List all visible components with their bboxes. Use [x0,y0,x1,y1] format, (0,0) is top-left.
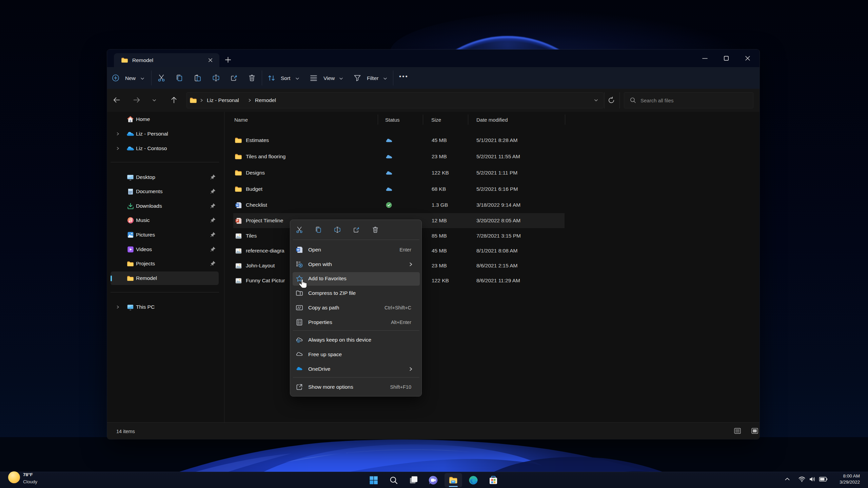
svg-text:P: P [236,219,238,222]
svg-text:W: W [297,248,299,251]
svg-text:W: W [236,204,239,207]
